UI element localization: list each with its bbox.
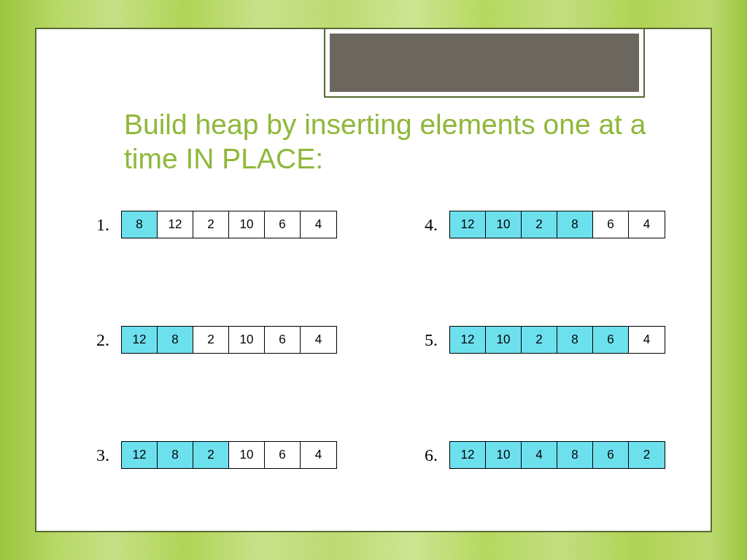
array-cell: 8 [557, 442, 593, 468]
array-cell: 10 [486, 211, 522, 238]
steps-column-left: 1. 8 12 2 10 6 4 2. 12 8 2 10 6 [96, 210, 374, 556]
array-cell: 8 [557, 211, 593, 238]
step-row: 2. 12 8 2 10 6 4 [96, 325, 374, 354]
array-cells: 12 8 2 10 6 4 [121, 326, 337, 354]
array-cell: 2 [193, 442, 229, 468]
array-cell: 2 [193, 211, 229, 238]
array-cell: 4 [522, 442, 557, 468]
array-cell: 6 [593, 327, 629, 353]
array-cell: 2 [522, 327, 557, 353]
array-cell: 8 [158, 442, 193, 468]
slide-title: Build heap by inserting elements one at … [124, 108, 649, 176]
array-cell: 2 [193, 327, 229, 353]
slide-frame: Build heap by inserting elements one at … [35, 28, 712, 532]
array-cell: 4 [629, 327, 665, 353]
step-row: 5. 12 10 2 8 6 4 [425, 325, 702, 354]
array-cell: 10 [486, 327, 522, 353]
array-cell: 6 [593, 211, 629, 238]
array-cell: 4 [301, 211, 336, 238]
array-cell: 12 [450, 327, 486, 353]
array-cell: 12 [450, 211, 486, 238]
array-cell: 10 [229, 327, 265, 353]
array-cell: 6 [265, 327, 301, 353]
array-cells: 12 10 2 8 6 4 [449, 326, 665, 354]
step-row: 1. 8 12 2 10 6 4 [96, 210, 374, 239]
step-row: 6. 12 10 4 8 6 2 [425, 440, 702, 470]
array-cell: 6 [265, 442, 301, 468]
array-cell: 8 [122, 211, 158, 238]
array-cell: 2 [522, 211, 557, 238]
array-cell: 2 [629, 442, 665, 468]
array-cells: 8 12 2 10 6 4 [121, 211, 337, 238]
array-cells: 12 8 2 10 6 4 [121, 441, 337, 469]
array-cell: 12 [450, 442, 486, 468]
step-label: 4. [425, 215, 449, 235]
steps-column-right: 4. 12 10 2 8 6 4 5. 12 10 2 8 6 [425, 210, 702, 556]
step-label: 1. [96, 215, 121, 235]
array-cell: 12 [122, 442, 158, 468]
step-label: 5. [425, 330, 449, 350]
array-cell: 8 [158, 327, 193, 353]
step-label: 2. [96, 330, 121, 350]
array-cells: 12 10 4 8 6 2 [449, 441, 665, 469]
array-cell: 10 [229, 442, 265, 468]
array-cell: 8 [557, 327, 593, 353]
array-cell: 4 [301, 327, 336, 353]
array-cell: 10 [229, 211, 265, 238]
array-cell: 4 [301, 442, 336, 468]
array-cell: 6 [593, 442, 629, 468]
step-label: 3. [96, 446, 121, 465]
array-cell: 6 [265, 211, 301, 238]
step-label: 6. [425, 446, 449, 465]
array-cell: 4 [629, 211, 665, 238]
step-row: 4. 12 10 2 8 6 4 [425, 210, 702, 239]
array-cell: 12 [122, 327, 158, 353]
array-cell: 10 [486, 442, 522, 468]
step-row: 3. 12 8 2 10 6 4 [96, 440, 374, 470]
title-tab [324, 28, 645, 98]
array-cells: 12 10 2 8 6 4 [449, 211, 665, 238]
array-cell: 12 [158, 211, 193, 238]
